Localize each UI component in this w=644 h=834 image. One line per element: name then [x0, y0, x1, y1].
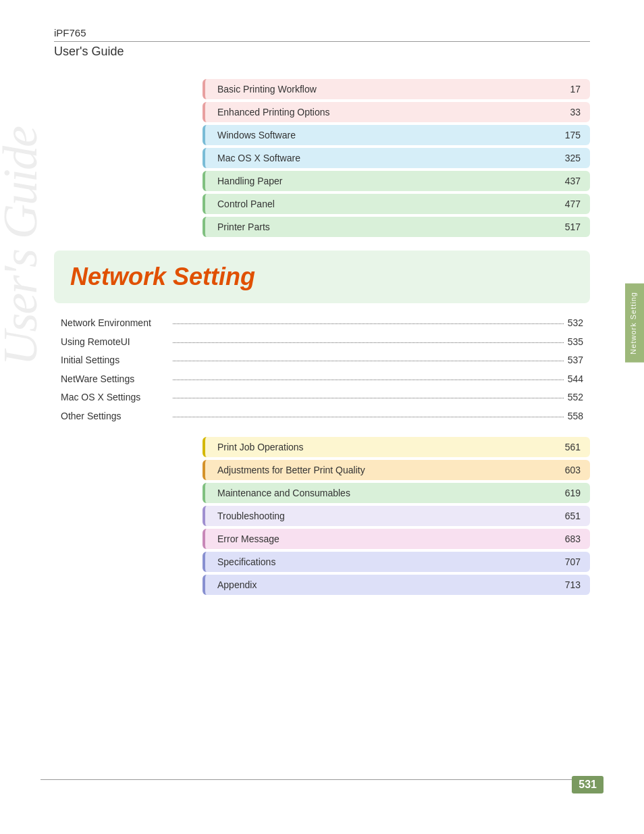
network-title-box: Network Setting [54, 251, 590, 303]
bottom-nav-item-5[interactable]: Specifications707 [203, 552, 590, 572]
toc-label: Using RemoteUI [61, 336, 169, 349]
network-section: Network Setting Network Environment532Us… [54, 251, 590, 423]
top-nav-boxes: Basic Printing Workflow17Enhanced Printi… [203, 79, 590, 237]
top-nav-item-4[interactable]: Handling Paper437 [203, 171, 590, 191]
toc-dots [173, 389, 564, 398]
nav-item-page: 517 [565, 221, 581, 232]
page-container: iPF765 User's Guide Basic Printing Workf… [0, 0, 644, 834]
nav-item-page: 619 [565, 488, 581, 498]
toc-page: 558 [568, 410, 583, 423]
toc-label: Mac OS X Settings [61, 391, 169, 405]
toc-label: Other Settings [61, 410, 169, 423]
product-name: iPF765 [54, 27, 590, 38]
nav-item-label: Adjustments for Better Print Quality [217, 465, 365, 475]
page-number: 531 [572, 776, 603, 793]
bottom-nav-item-2[interactable]: Maintenance and Consumables619 [203, 483, 590, 503]
toc-item-2[interactable]: Initial Settings537 [61, 354, 583, 367]
side-tab: Network Setting [625, 284, 644, 363]
toc-dots [173, 334, 564, 343]
nav-item-label: Handling Paper [217, 176, 283, 186]
nav-item-page: 561 [565, 442, 581, 452]
top-nav-item-3[interactable]: Mac OS X Software325 [203, 148, 590, 168]
nav-item-page: 437 [565, 176, 581, 186]
toc-dots [173, 315, 564, 324]
toc-page: 552 [568, 391, 583, 405]
top-nav-item-2[interactable]: Windows Software175 [203, 125, 590, 145]
toc-item-0[interactable]: Network Environment532 [61, 317, 583, 330]
nav-item-label: Appendix [217, 579, 257, 590]
bottom-divider [41, 779, 603, 780]
bottom-nav-item-0[interactable]: Print Job Operations561 [203, 437, 590, 457]
nav-item-label: Print Job Operations [217, 442, 304, 452]
nav-item-label: Error Message [217, 533, 279, 544]
nav-item-page: 33 [570, 107, 581, 118]
toc-item-5[interactable]: Other Settings558 [61, 410, 583, 423]
top-nav-item-5[interactable]: Control Panel477 [203, 194, 590, 214]
bottom-nav-item-3[interactable]: Troubleshooting651 [203, 506, 590, 526]
nav-item-label: Printer Parts [217, 221, 270, 232]
nav-item-label: Enhanced Printing Options [217, 107, 330, 118]
toc-list: Network Environment532Using RemoteUI535I… [54, 317, 590, 423]
nav-item-page: 477 [565, 199, 581, 209]
toc-item-3[interactable]: NetWare Settings544 [61, 373, 583, 386]
nav-item-label: Specifications [217, 556, 275, 567]
bottom-nav-item-4[interactable]: Error Message683 [203, 529, 590, 549]
top-nav-item-0[interactable]: Basic Printing Workflow17 [203, 79, 590, 99]
header-divider [54, 41, 590, 42]
nav-item-page: 651 [565, 511, 581, 521]
bottom-nav-boxes: Print Job Operations561Adjustments for B… [203, 437, 590, 595]
nav-item-label: Mac OS X Software [217, 153, 300, 163]
guide-title: User's Guide [54, 45, 590, 59]
toc-item-4[interactable]: Mac OS X Settings552 [61, 391, 583, 405]
bottom-nav-item-1[interactable]: Adjustments for Better Print Quality603 [203, 460, 590, 480]
nav-item-label: Basic Printing Workflow [217, 84, 317, 95]
header-area: iPF765 User's Guide [0, 0, 644, 79]
bottom-nav-item-6[interactable]: Appendix713 [203, 575, 590, 595]
network-title: Network Setting [70, 263, 574, 291]
toc-page: 537 [568, 354, 583, 367]
toc-label: Network Environment [61, 317, 169, 330]
nav-item-page: 683 [565, 533, 581, 544]
top-nav-item-1[interactable]: Enhanced Printing Options33 [203, 102, 590, 122]
toc-label: Initial Settings [61, 354, 169, 367]
toc-dots [173, 371, 564, 380]
toc-label: NetWare Settings [61, 373, 169, 386]
toc-page: 535 [568, 336, 583, 349]
nav-item-label: Windows Software [217, 130, 296, 140]
nav-item-page: 707 [565, 556, 581, 567]
nav-item-page: 175 [565, 130, 581, 140]
toc-dots [173, 352, 564, 361]
toc-dots [173, 408, 564, 417]
top-nav-item-6[interactable]: Printer Parts517 [203, 217, 590, 237]
nav-item-page: 713 [565, 579, 581, 590]
nav-item-label: Maintenance and Consumables [217, 488, 350, 498]
nav-item-label: Troubleshooting [217, 511, 285, 521]
nav-item-page: 603 [565, 465, 581, 475]
toc-item-1[interactable]: Using RemoteUI535 [61, 336, 583, 349]
nav-item-page: 17 [570, 84, 581, 95]
watermark: User's Guide [0, 127, 49, 365]
toc-page: 544 [568, 373, 583, 386]
nav-item-page: 325 [565, 153, 581, 163]
toc-page: 532 [568, 317, 583, 330]
nav-item-label: Control Panel [217, 199, 275, 209]
